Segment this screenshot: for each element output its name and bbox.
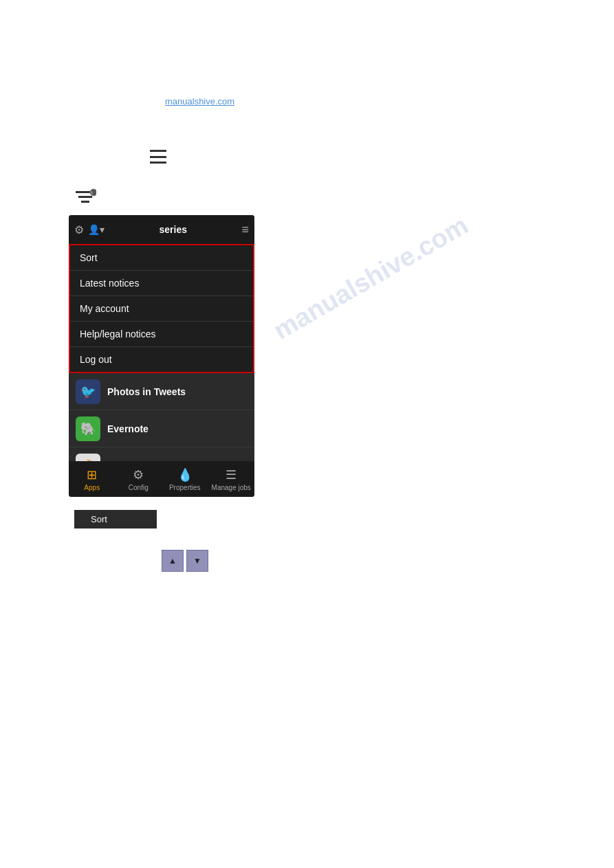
sort-label-box: Sort bbox=[74, 510, 157, 528]
app-icon-twitter: 🐦 bbox=[76, 379, 100, 404]
app-icon-evernote: 🐘 bbox=[76, 416, 100, 441]
top-link-text: manualshive.com bbox=[165, 96, 234, 107]
arrow-buttons: ▲ ▼ bbox=[162, 550, 208, 572]
arrow-up-button[interactable]: ▲ bbox=[162, 550, 184, 572]
config-icon: ⚙ bbox=[133, 467, 144, 482]
watermark: manualshive.com bbox=[267, 209, 474, 348]
tab-manage-jobs[interactable]: ☰ Manage jobs bbox=[208, 467, 255, 491]
app-header: ⚙ 👤▾ series ≡ bbox=[69, 215, 254, 244]
phone-container: ⚙ 👤▾ series ≡ Sort Latest notices My acc… bbox=[69, 215, 254, 497]
tab-bar: ⊞ Apps ⚙ Config 💧 Properties ☰ Manage jo… bbox=[69, 461, 254, 497]
tab-config-label: Config bbox=[129, 484, 149, 491]
app-item-evernote: Evernote bbox=[107, 423, 149, 434]
list-item[interactable]: 🐘 Evernote bbox=[69, 410, 254, 447]
menu-item-my-account[interactable]: My account bbox=[70, 296, 253, 322]
manage-jobs-icon: ☰ bbox=[226, 467, 237, 482]
svg-rect-2 bbox=[81, 201, 89, 203]
svg-rect-1 bbox=[78, 196, 92, 198]
hamburger-menu-icon[interactable]: ≡ bbox=[241, 223, 249, 237]
list-item[interactable]: 🐦 Photos in Tweets bbox=[69, 373, 254, 410]
menu-item-help[interactable]: Help/legal notices bbox=[70, 322, 253, 347]
arrow-up-icon: ▲ bbox=[168, 556, 177, 566]
app-title: series bbox=[109, 224, 237, 235]
profile-icon[interactable]: 👤▾ bbox=[88, 224, 105, 235]
menu-item-sort[interactable]: Sort bbox=[70, 245, 253, 271]
tab-manage-jobs-label: Manage jobs bbox=[212, 484, 251, 491]
arrow-down-button[interactable]: ▼ bbox=[186, 550, 208, 572]
arrow-down-icon: ▼ bbox=[193, 556, 201, 566]
tab-apps-label: Apps bbox=[84, 484, 100, 491]
watermark-text: manualshive.com bbox=[267, 209, 474, 348]
tab-properties-label: Properties bbox=[169, 484, 201, 491]
menu-item-logout[interactable]: Log out bbox=[70, 347, 253, 372]
tab-config[interactable]: ⚙ Config bbox=[116, 467, 162, 491]
tab-properties[interactable]: 💧 Properties bbox=[162, 467, 208, 491]
gear-icon[interactable]: ⚙ bbox=[74, 223, 84, 236]
app-item-photos-in-tweets: Photos in Tweets bbox=[107, 386, 186, 397]
top-link[interactable]: manualshive.com bbox=[165, 96, 234, 107]
properties-icon: 💧 bbox=[177, 467, 193, 482]
tab-apps[interactable]: ⊞ Apps bbox=[69, 467, 116, 491]
dropdown-menu: Sort Latest notices My account Help/lega… bbox=[69, 244, 254, 373]
sort-filter-icon[interactable]: i bbox=[74, 187, 96, 209]
hamburger-icon[interactable] bbox=[150, 150, 166, 164]
menu-item-latest-notices[interactable]: Latest notices bbox=[70, 271, 253, 296]
sort-label-text: Sort bbox=[91, 514, 107, 524]
apps-icon: ⊞ bbox=[87, 467, 97, 482]
